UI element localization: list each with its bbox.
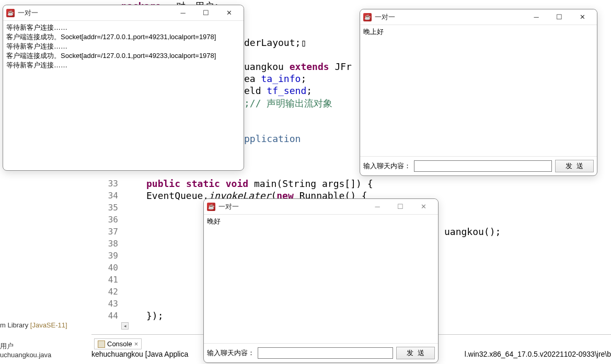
log-line: 客户端连接成功。Socket[addr=/127.0.0.1,port=4923… (6, 51, 240, 61)
chat-label: 输入聊天内容： (207, 348, 255, 358)
console-process: kehuchuangkou [Java Applica (91, 350, 188, 358)
titlebar[interactable]: ☕ 一对一 ─ ☐ ✕ (204, 199, 438, 215)
window-title: 一对一 (375, 13, 395, 22)
minimize-button[interactable]: ─ (525, 10, 548, 25)
java-icon: ☕ (363, 13, 372, 21)
send-button[interactable]: 发送 (396, 347, 435, 359)
line-num: 41 (97, 274, 118, 286)
cmt-frag: ;// 声明输出流对象 (244, 97, 332, 110)
log-line: 等待新客户连接…… (6, 42, 240, 51)
java-icon: ☕ (207, 203, 215, 211)
chat-input[interactable] (258, 347, 393, 359)
lib-label: m Library (0, 321, 30, 329)
file-label: uchuangkou.java (0, 351, 67, 359)
close-icon[interactable]: × (134, 340, 139, 348)
minimize-button[interactable]: ─ (171, 6, 194, 20)
tf-frag: eld tf_send; (244, 85, 312, 96)
line-num: 42 (97, 286, 118, 298)
minimize-button[interactable]: ─ (366, 199, 389, 214)
console-status: l.win32.x86_64_17.0.5.v20221102-0933\jre… (465, 350, 611, 358)
line-num: 37 (97, 226, 118, 238)
line-num: 36 (97, 214, 118, 226)
maximize-button[interactable]: ☐ (194, 6, 217, 20)
chat-area: 晚好 (204, 215, 438, 343)
console-icon (98, 340, 105, 348)
line-num: 34 (97, 190, 118, 202)
chat-input-row: 输入聊天内容： 发送 (360, 156, 597, 175)
app-frag: pplication (244, 133, 301, 144)
maximize-button[interactable]: ☐ (389, 199, 412, 214)
log-line: 等待新客户连接…… (6, 61, 240, 70)
java-icon: ☕ (6, 9, 15, 17)
chat-label: 输入聊天内容： (363, 161, 411, 171)
titlebar[interactable]: ☕ 一对一 ─ ☐ ✕ (360, 9, 597, 25)
maximize-button[interactable]: ☐ (548, 10, 571, 25)
line-num: 44 (97, 310, 118, 322)
hscroll-left[interactable]: ◂ (121, 322, 129, 330)
window-title: 一对一 (218, 202, 239, 212)
window-title: 一对一 (18, 8, 38, 18)
chat-window-active: ☕ 一对一 ─ ☐ ✕ 晚上好 输入聊天内容： 发送 (360, 9, 597, 176)
send-button[interactable]: 发送 (555, 160, 594, 172)
close-button[interactable]: ✕ (412, 199, 435, 214)
log-line: 客户端连接成功。Socket[addr=/127.0.0.1,port=4923… (6, 32, 240, 42)
console-tab[interactable]: Console × (94, 338, 142, 349)
line-num: 43 (97, 298, 118, 310)
close-button[interactable]: ✕ (571, 10, 594, 25)
chat-input-row: 输入聊天内容： 发送 (204, 343, 438, 362)
titlebar[interactable]: ☕ 一对一 ─ ☐ ✕ (3, 5, 244, 21)
log-line: 等待新客户连接…… (6, 23, 240, 32)
line-num: 35 (97, 202, 118, 214)
line-num: 33 (97, 178, 118, 190)
log-area: 等待新客户连接…… 客户端连接成功。Socket[addr=/127.0.0.1… (3, 21, 244, 170)
close-button[interactable]: ✕ (217, 6, 240, 20)
sidebar-fragment: m Library [JavaSE-11] 用户 uchuangkou.java (0, 321, 67, 359)
chat-input[interactable] (414, 160, 552, 172)
ta-frag: ea ta_info; (244, 73, 306, 84)
chat-area: 晚上好 (360, 25, 597, 156)
import-frag: derLayout;▯ (244, 37, 306, 48)
lib-version: [JavaSE-11] (30, 321, 67, 329)
pkg-label: 用户 (0, 342, 67, 351)
chat-window-inactive: ☕ 一对一 ─ ☐ ✕ 晚好 输入聊天内容： 发送 (203, 198, 439, 363)
class-decl-frag: uangkou extends JFr (244, 61, 352, 72)
server-window: ☕ 一对一 ─ ☐ ✕ 等待新客户连接…… 客户端连接成功。Socket[add… (3, 5, 244, 171)
gutter: 33 34 35 36 37 38 39 40 41 42 43 44 (97, 178, 118, 322)
line-num: 40 (97, 262, 118, 274)
console-label: Console (107, 340, 132, 348)
line-num: 38 (97, 238, 118, 250)
line-num: 39 (97, 250, 118, 262)
